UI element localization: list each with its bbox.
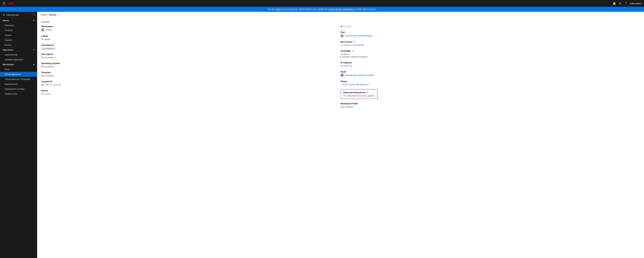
boot-order-section: Boot Order ✎ 1. cd-drive-1 (CD-ROM) <box>340 41 633 46</box>
globe-icon: 🌐 <box>41 83 44 86</box>
admin-switcher[interactable]: ⚙ Administrator ▾ <box>0 12 37 18</box>
detail-content: example Namespace NS default Labels No l… <box>37 18 644 258</box>
description-value: Not available ✎ <box>41 56 334 59</box>
flavor-section: Flavor 1 vCPU, 61.04 MiB Memory ✎ <box>340 80 633 86</box>
annotations-value: 2 Annotations ✎ <box>41 47 334 49</box>
sidebar-item-installed-operators[interactable]: Installed Operators <box>0 57 37 62</box>
sidebar-item-search[interactable]: Search <box>0 33 37 38</box>
admin-label: Administrator <box>6 14 34 16</box>
info-banner: You are logged in as a temporary adminis… <box>0 7 644 12</box>
sidebar-item-virtual-machines[interactable]: Virtual Machines <box>0 72 37 77</box>
logo: okd <box>8 1 14 5</box>
sidebar-item-operatorhub[interactable]: OperatorHub <box>0 52 37 57</box>
detail-left: Namespace NS default Labels No labels An… <box>41 25 340 111</box>
dedicated-resources-edit-icon[interactable]: ✎ <box>366 91 368 94</box>
workload-profile-value: Not available <box>340 106 633 108</box>
sidebar-item-deployments[interactable]: Deployments <box>0 82 37 86</box>
home-label: Home <box>3 19 9 22</box>
sidebar-item-overview[interactable]: Overview <box>0 23 37 28</box>
template-label: Template <box>41 71 334 74</box>
pod-value: P virt-launcher-example-dsptb <box>340 34 633 37</box>
owner-label: Owner <box>41 89 334 92</box>
annotations-edit-icon[interactable]: ✎ <box>55 47 56 49</box>
sidebar-item-events[interactable]: Events <box>0 42 37 47</box>
labels-label: Labels <box>41 35 334 37</box>
cd-roms-edit-icon[interactable]: ✎ <box>352 50 354 52</box>
dedicated-resources-label-text: Dedicated Resources <box>343 91 366 94</box>
plus-icon[interactable]: ⊕ <box>619 2 621 5</box>
content-area: Project: default ▾ example Namespace NS … <box>37 12 644 258</box>
detail-grid: Namespace NS default Labels No labels An… <box>41 25 640 111</box>
topbar: ☰ okd 🔔 ⊕ ❓ kube:admin <box>0 0 644 7</box>
node-link[interactable]: working-fqtv9-worker-0-ksgm2 <box>345 74 374 76</box>
operators-label: Operators <box>3 48 13 51</box>
dedicated-resources-box: Dedicated Resources ✎ No Dedicated resou… <box>340 89 378 99</box>
os-section: Operating System Not available <box>41 62 334 68</box>
namespace-section: Namespace NS default <box>41 25 334 31</box>
gear-icon: ⚙ <box>3 13 5 16</box>
cd-roms-name: cd-drive-1 <box>340 53 633 55</box>
bell-icon[interactable]: 🔔 <box>612 2 616 5</box>
user-menu[interactable]: kube:admin <box>630 2 641 5</box>
status-section: Running <box>340 25 633 28</box>
sidebar-item-pods[interactable]: Pods <box>0 67 37 72</box>
workloads-label: Workloads <box>3 63 14 66</box>
pods-label: Pods <box>5 68 10 71</box>
annotations-link[interactable]: 2 Annotations <box>41 47 54 49</box>
owner-value: No owner <box>41 93 334 95</box>
dedicated-resources-label: Dedicated Resources ✎ <box>343 91 375 94</box>
boot-order-edit-icon[interactable]: ✎ <box>353 41 355 43</box>
ip-address-label: IP Address <box>340 61 633 64</box>
banner-link[interactable]: cluster OAuth configuration <box>328 8 354 10</box>
description-label: Description <box>41 53 334 55</box>
boot-order-label-text: Boot Order <box>340 41 352 43</box>
pod-label: Pod <box>340 31 633 33</box>
topbar-icons: 🔔 ⊕ ❓ <box>612 2 628 5</box>
flavor-value: 1 vCPU, 61.04 MiB Memory ✎ <box>340 83 633 86</box>
node-section: Node N working-fqtv9-worker-0-ksgm2 <box>340 70 633 77</box>
help-icon[interactable]: ❓ <box>624 2 628 5</box>
banner-text-after: to allow others to log in. <box>354 8 377 10</box>
installed-operators-label: Installed Operators <box>5 58 23 61</box>
sidebar-item-explore[interactable]: Explore <box>0 38 37 42</box>
annotations-section: Annotations 2 Annotations ✎ <box>41 44 334 49</box>
sidebar-section-operators[interactable]: Operators ▾ <box>0 47 37 52</box>
cd-roms-container: Container: path/to/container <box>340 55 633 58</box>
main-layout: ⚙ Administrator ▾ Home ▾ Overview Projec… <box>0 12 644 258</box>
flavor-link[interactable]: 1 vCPU, 61.04 MiB Memory <box>340 83 368 86</box>
project-name: default <box>49 13 56 16</box>
os-label: Operating System <box>41 62 334 65</box>
sidebar-item-stateful-sets[interactable]: Stateful Sets <box>0 91 37 96</box>
labels-value: No labels <box>41 38 334 40</box>
hamburger-icon[interactable]: ☰ <box>3 1 6 5</box>
sidebar-item-deployment-configs[interactable]: Deployment Configs <box>0 86 37 91</box>
dedicated-resources-value: No Dedicated resources applied <box>343 94 375 97</box>
namespace-link[interactable]: default <box>46 28 52 31</box>
sidebar-section-workloads[interactable]: Workloads ▾ <box>0 62 37 67</box>
boot-order-value: 1. cd-drive-1 (CD-ROM) <box>340 44 633 46</box>
boot-order-label: Boot Order ✎ <box>340 41 633 43</box>
cd-roms-label: CD-ROMs ✎ <box>340 50 633 52</box>
pod-section: Pod P virt-launcher-example-dsptb <box>340 31 633 37</box>
namespace-label: Namespace <box>41 25 334 28</box>
ip-address-value: 10.130.4.10 <box>340 65 633 67</box>
created-at-label: Created At <box>41 80 334 83</box>
deployment-configs-label: Deployment Configs <box>5 88 24 90</box>
workloads-chevron-icon: ▾ <box>33 63 34 66</box>
owner-section: Owner No owner <box>41 89 334 95</box>
sidebar: ⚙ Administrator ▾ Home ▾ Overview Projec… <box>0 12 37 258</box>
pod-link[interactable]: virt-launcher-example-dsptb <box>345 34 372 37</box>
status-value: Running <box>340 25 633 28</box>
flavor-label: Flavor <box>340 80 633 83</box>
flavor-edit-icon[interactable]: ✎ <box>368 84 370 86</box>
description-section: Description Not available ✎ <box>41 53 334 59</box>
os-value: Not available <box>41 65 334 68</box>
project-dropdown-icon[interactable]: ▾ <box>57 14 58 16</box>
explore-label: Explore <box>5 39 12 41</box>
node-badge: N <box>340 74 344 77</box>
sidebar-item-vm-templates[interactable]: Virtual Machine Templates <box>0 77 37 82</box>
description-edit-icon[interactable]: ✎ <box>54 56 56 58</box>
vm-templates-label: Virtual Machine Templates <box>5 78 30 80</box>
sidebar-item-projects[interactable]: Projects <box>0 28 37 33</box>
sidebar-section-home[interactable]: Home ▾ <box>0 18 37 23</box>
